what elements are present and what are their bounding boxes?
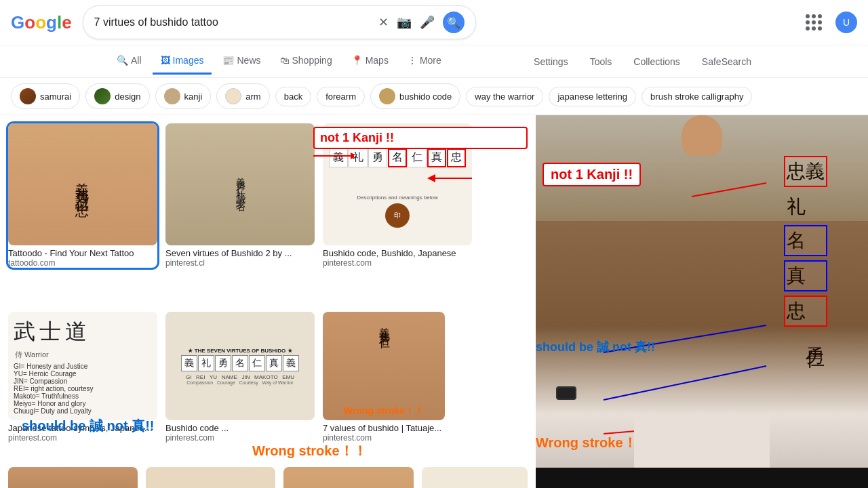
nav-right: Settings Tools Collections SafeSearch — [526, 51, 760, 73]
tab-maps[interactable]: 📍 Maps — [343, 48, 397, 75]
result-card-2[interactable]: 義勇仁礼誠忠名 Seven virtues of Bushido 2 by ..… — [165, 123, 315, 268]
filter-label-bushido-code: bushido code — [399, 92, 452, 102]
tab-more[interactable]: ⋮ More — [399, 48, 450, 75]
shouldbe-right-text: should be 誠 not 真!! — [536, 339, 655, 355]
result-card-1[interactable]: 義礼勇誠仁忠 Tattoodo - Find Your Next Tattoo … — [8, 123, 157, 268]
b2-content: 義礼 — [200, 481, 222, 488]
nav-tabs: 🔍 All 🖼 Images 📰 News 🛍 Shopping 📍 Maps … — [0, 45, 868, 78]
neck — [682, 115, 722, 156]
kanji-礼: 礼 — [787, 194, 827, 220]
code-chart-title: ★ THE SEVEN VIRTUES OF BUSHIDO ★ — [188, 348, 292, 354]
tab-all[interactable]: 🔍 All — [108, 48, 150, 75]
result-card-b2[interactable]: 義礼 — [146, 467, 275, 488]
should-be-annotation: should be 誠 not 真!! — [22, 417, 528, 435]
images-icon: 🖼 — [161, 55, 170, 66]
image-row-3: 義礼勇仁 義礼 tattoo 義礼勇 — [8, 467, 528, 488]
result-source-2: pinterest.cl — [165, 258, 315, 268]
filter-chip-bushido-code[interactable]: bushido code — [370, 83, 460, 109]
filter-chip-forearm[interactable]: forearm — [317, 87, 365, 106]
search-bar: ✕ 📷 🎤 🔍 — [83, 5, 476, 39]
filter-label-kanji: kanji — [184, 92, 203, 102]
filter-label-back: back — [284, 92, 302, 102]
filter-row: samurai design kanji arm back forearm bu… — [0, 78, 868, 115]
clear-icon[interactable]: ✕ — [378, 15, 389, 30]
camera-icon[interactable]: 📷 — [397, 15, 412, 30]
jp-virtue-list: GI= Honesty and Justice YU= Heroic Coura… — [14, 363, 94, 415]
result-thumb-b3: tattoo — [283, 467, 413, 488]
filter-chip-kanji[interactable]: kanji — [155, 83, 212, 109]
search-input[interactable] — [94, 16, 373, 28]
not1kanji-right-text: not 1 Kanji !! — [551, 167, 633, 182]
filter-chip-brush-stroke[interactable]: brush stroke calligraphy — [642, 87, 752, 106]
filter-chip-samurai[interactable]: samurai — [11, 83, 80, 109]
kanji-名-text: 名 — [787, 230, 806, 251]
kanji-cell-5: 仁 — [408, 148, 427, 167]
filter-chip-japanese-lettering[interactable]: japanese lettering — [549, 87, 636, 106]
kanji-thumbnail — [164, 88, 180, 104]
filter-chip-way-warrior[interactable]: way the warrior — [466, 87, 543, 106]
filter-label-arm: arm — [245, 92, 260, 102]
filter-label-japanese-lettering: japanese lettering — [557, 92, 627, 102]
user-avatar[interactable]: U — [835, 12, 857, 33]
safesearch-button[interactable]: SafeSearch — [694, 51, 760, 73]
kanji-忠-text: 忠 — [787, 300, 806, 321]
arm-kanji: 義礼勇名仁 — [377, 319, 391, 332]
filter-label-way-warrior: way the warrior — [475, 92, 534, 102]
image-grid: 義礼勇誠仁忠 Tattoodo - Find Your Next Tattoo … — [0, 115, 536, 488]
kanji-cell-2: 礼 — [349, 148, 368, 167]
filter-chip-back[interactable]: back — [275, 87, 311, 106]
search-icon: 🔍 — [447, 16, 460, 29]
result-thumb-b2: 義礼 — [146, 467, 275, 488]
result-source-1: tattoodo.com — [8, 258, 157, 268]
news-icon: 📰 — [222, 55, 234, 66]
image-row-1: 義礼勇誠仁忠 Tattoodo - Find Your Next Tattoo … — [8, 123, 528, 268]
wrongstroke-right-text: Wrong stroke！！ — [536, 434, 650, 452]
result-title-2: Seven virtues of Bushido 2 by ... — [165, 248, 315, 258]
tab-images[interactable]: 🖼 Images — [153, 48, 212, 75]
blue-box-kanji-真: 真 — [784, 260, 827, 291]
chart-seal: 印 — [385, 203, 410, 228]
tab-news[interactable]: 📰 News — [214, 48, 269, 75]
man-back-photo: 忠義 礼 名 真 忠 勇 — [536, 115, 868, 468]
search-button[interactable]: 🔍 — [443, 12, 465, 33]
tools-button[interactable]: Tools — [582, 51, 620, 73]
kanji-cell-6-highlighted: 真 — [427, 148, 446, 167]
header-right: U — [803, 12, 857, 33]
mic-icon[interactable]: 🎤 — [420, 15, 435, 30]
filter-chip-arm[interactable]: arm — [216, 83, 269, 109]
kanji-chart-row: 義 礼 勇 名 仁 真 忠 — [329, 148, 466, 167]
result-card-b1[interactable]: 義礼勇仁 — [8, 467, 138, 488]
result-card-b3[interactable]: tattoo — [283, 467, 413, 488]
result-thumb-b4: 義礼勇 — [422, 467, 528, 488]
bushido-thumbnail — [379, 88, 395, 104]
result-thumb-b1: 義礼勇仁 — [8, 467, 138, 488]
filter-chip-design[interactable]: design — [85, 83, 149, 109]
wrong-stroke-overlay: Wrong stroke！！ — [324, 405, 443, 418]
result-card-b4[interactable]: 義礼勇 — [422, 467, 528, 488]
jp-warrior-label: 侍 Warrior — [15, 350, 49, 360]
filter-label-samurai: samurai — [40, 92, 71, 102]
tab-shopping[interactable]: 🛍 Shopping — [272, 48, 340, 75]
result-thumb-arm: 義礼勇名仁 Wrong stroke！！ — [323, 312, 445, 420]
filter-label-brush-stroke: brush stroke calligraphy — [650, 92, 743, 102]
back-tattoos: 忠義 礼 名 真 忠 勇 — [784, 156, 827, 338]
result-card-3[interactable]: ★ THE SEVEN VIRTUES OF BUSHIDO ★ 義 礼 勇 名… — [323, 123, 472, 268]
google-logo[interactable]: Google — [11, 12, 72, 33]
wrong-stroke-annotation: Wrong stroke！！ — [252, 442, 528, 460]
right-panel: 忠義 礼 名 真 忠 勇 — [536, 115, 868, 488]
result-title-1: Tattoodo - Find Your Next Tattoo — [8, 248, 157, 258]
jp-large-chars: 武士道 — [14, 317, 87, 347]
result-source-3: pinterest.com — [323, 258, 472, 268]
kanji-cell-1: 義 — [329, 148, 348, 167]
all-icon: 🔍 — [117, 55, 128, 66]
result-thumb-1: 義礼勇誠仁忠 — [8, 123, 157, 245]
filter-label-design: design — [115, 92, 140, 102]
kanji-cell-4-highlighted: 名 — [388, 148, 407, 167]
result-thumb-code: ★ THE SEVEN VIRTUES OF BUSHIDO ★ 義 礼 勇 名… — [165, 312, 315, 420]
more-icon: ⋮ — [408, 55, 417, 66]
shorts — [634, 413, 770, 468]
settings-button[interactable]: Settings — [526, 51, 576, 73]
apps-grid-icon[interactable] — [803, 12, 825, 33]
collections-button[interactable]: Collections — [625, 51, 688, 73]
filter-label-forearm: forearm — [326, 92, 356, 102]
